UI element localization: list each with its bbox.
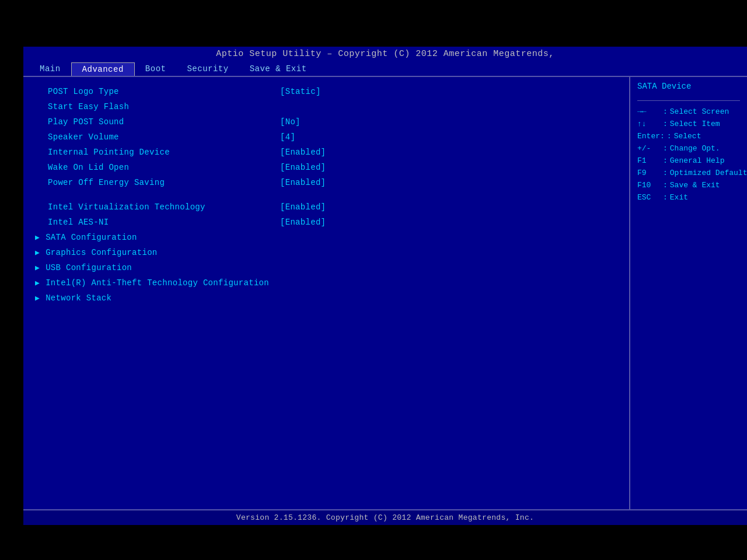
key-help-row: Enter:: Select: [637, 130, 740, 142]
menu-item[interactable]: ▶Network Stack: [35, 290, 617, 306]
item-value: [4]: [280, 132, 295, 142]
tab-main[interactable]: Main: [29, 62, 71, 76]
menu-item[interactable]: ▶USB Configuration: [35, 260, 617, 275]
key-action: Select Screen: [670, 107, 729, 116]
menu-item[interactable]: ▶SATA Configuration: [35, 230, 617, 245]
item-label: ▶Graphics Configuration: [35, 248, 280, 257]
item-label: POST Logo Type: [35, 87, 280, 96]
submenu-arrow-icon: ▶: [35, 233, 40, 242]
item-label: Intel AES-NI: [35, 218, 280, 227]
menu-item[interactable]: ▶Graphics Configuration: [35, 245, 617, 260]
key-separator: :: [663, 120, 668, 128]
status-bar: Version 2.15.1236. Copyright (C) 2012 Am…: [23, 509, 747, 525]
menu-items-container: POST Logo Type[Static]Start Easy FlashPl…: [35, 84, 617, 306]
item-label-text: Power Off Energy Saving: [48, 178, 165, 187]
item-value: [Enabled]: [280, 148, 326, 157]
menu-item[interactable]: Internal Pointing Device[Enabled]: [35, 145, 617, 160]
submenu-arrow-icon: ▶: [35, 248, 40, 257]
submenu-arrow-icon: ▶: [35, 263, 40, 272]
key-action: Exit: [670, 193, 688, 202]
item-label-text: SATA Configuration: [46, 233, 137, 242]
item-value: [Enabled]: [280, 163, 326, 172]
nav-bar: Main Advanced Boot Security Save & Exit: [23, 61, 747, 76]
item-label: ▶SATA Configuration: [35, 233, 280, 242]
menu-item[interactable]: Intel AES-NI[Enabled]: [35, 215, 617, 230]
item-label: ▶Network Stack: [35, 293, 280, 303]
item-label: Play POST Sound: [35, 117, 280, 127]
item-label: Internal Pointing Device: [35, 148, 280, 157]
key-action: Change Opt.: [670, 144, 720, 153]
key-name: F10: [637, 181, 661, 190]
item-label-text: Start Easy Flash: [48, 102, 129, 111]
menu-item[interactable]: Start Easy Flash: [35, 99, 617, 114]
key-action: Select Item: [670, 120, 720, 128]
help-title: SATA Device: [637, 82, 740, 91]
main-area: POST Logo Type[Static]Start Easy FlashPl…: [23, 76, 747, 509]
item-label-text: USB Configuration: [46, 263, 132, 272]
key-help-row: ESC: Exit: [637, 191, 740, 204]
item-label: Speaker Volume: [35, 132, 280, 142]
key-action: General Help: [670, 156, 725, 165]
key-name: Enter:: [637, 132, 665, 141]
key-separator: :: [663, 156, 668, 165]
key-name: F1: [637, 156, 661, 165]
content-panel: POST Logo Type[Static]Start Easy FlashPl…: [23, 77, 630, 509]
help-panel: SATA Device →←: Select Screen↑↓: Select …: [630, 77, 747, 509]
key-rows-container: →←: Select Screen↑↓: Select ItemEnter:: …: [637, 106, 740, 204]
key-help-row: F10: Save & Exit: [637, 179, 740, 191]
item-label: Wake On Lid Open: [35, 163, 280, 172]
key-separator: :: [663, 169, 668, 177]
item-value: [Enabled]: [280, 218, 326, 227]
key-separator: :: [667, 132, 672, 141]
key-name: +/-: [637, 144, 661, 153]
menu-item[interactable]: Play POST Sound[No]: [35, 114, 617, 130]
item-label-text: Intel Virtualization Technology: [48, 202, 205, 212]
menu-item[interactable]: Intel Virtualization Technology[Enabled]: [35, 200, 617, 215]
title-bar: Aptio Setup Utility – Copyright (C) 2012…: [23, 47, 747, 61]
key-help-row: →←: Select Screen: [637, 106, 740, 118]
key-name: →←: [637, 107, 661, 116]
tab-advanced[interactable]: Advanced: [71, 62, 135, 76]
item-value: [No]: [280, 117, 301, 127]
tab-boot[interactable]: Boot: [135, 62, 177, 76]
item-label-text: Play POST Sound: [48, 117, 124, 127]
key-help-row: F1: General Help: [637, 155, 740, 167]
key-name: ↑↓: [637, 120, 661, 128]
item-value: [Static]: [280, 87, 321, 96]
submenu-arrow-icon: ▶: [35, 278, 40, 288]
item-label-text: Graphics Configuration: [46, 248, 157, 257]
key-separator: :: [663, 144, 668, 153]
key-help-row: ↑↓: Select Item: [637, 118, 740, 130]
tab-save-exit[interactable]: Save & Exit: [239, 62, 317, 76]
spacer-row: [35, 190, 617, 200]
item-label-text: POST Logo Type: [48, 87, 119, 96]
menu-item[interactable]: ▶Intel(R) Anti-Theft Technology Configur…: [35, 275, 617, 290]
item-label: Power Off Energy Saving: [35, 178, 280, 187]
key-action: Select: [674, 132, 701, 141]
key-name: F9: [637, 169, 661, 177]
item-label-text: Intel(R) Anti-Theft Technology Configura…: [46, 278, 269, 288]
tab-security[interactable]: Security: [176, 62, 239, 76]
item-label: Start Easy Flash: [35, 102, 280, 111]
menu-item[interactable]: Wake On Lid Open[Enabled]: [35, 160, 617, 175]
key-separator: :: [663, 193, 668, 202]
key-separator: :: [663, 107, 668, 116]
menu-item[interactable]: POST Logo Type[Static]: [35, 84, 617, 99]
key-help-row: +/-: Change Opt.: [637, 142, 740, 155]
submenu-arrow-icon: ▶: [35, 293, 40, 303]
item-label: Intel Virtualization Technology: [35, 202, 280, 212]
item-label-text: Internal Pointing Device: [48, 148, 170, 157]
item-value: [Enabled]: [280, 202, 326, 212]
item-label-text: Intel AES-NI: [48, 218, 109, 227]
item-label-text: Speaker Volume: [48, 132, 119, 142]
item-label-text: Network Stack: [46, 293, 111, 303]
bios-screen: Aptio Setup Utility – Copyright (C) 2012…: [23, 47, 747, 525]
menu-item[interactable]: Power Off Energy Saving[Enabled]: [35, 175, 617, 190]
item-label: ▶USB Configuration: [35, 263, 280, 272]
item-label-text: Wake On Lid Open: [48, 163, 129, 172]
item-label: ▶Intel(R) Anti-Theft Technology Configur…: [35, 278, 280, 288]
key-separator: :: [663, 181, 668, 190]
item-value: [Enabled]: [280, 178, 326, 187]
key-action: Save & Exit: [670, 181, 720, 190]
menu-item[interactable]: Speaker Volume[4]: [35, 130, 617, 145]
